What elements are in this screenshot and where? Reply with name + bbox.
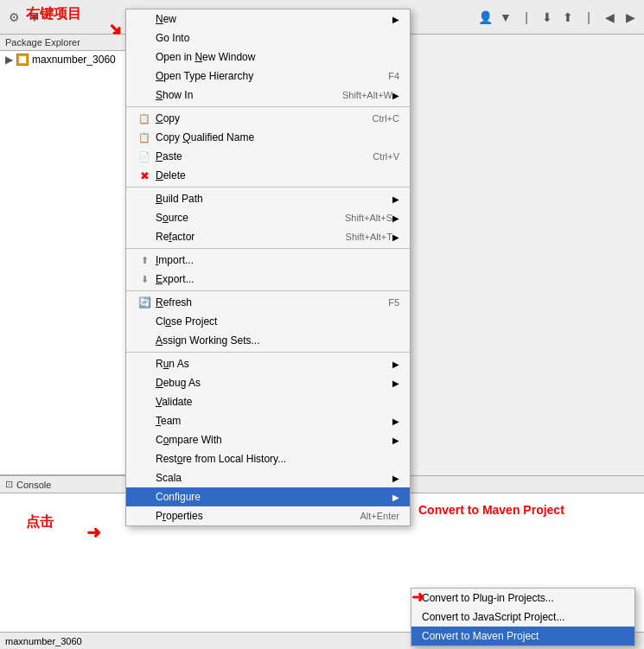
configure-icon	[137, 490, 152, 504]
menu-item-scala[interactable]: Scala ▶	[126, 468, 410, 487]
annotation-right-click: 右键项目	[26, 5, 81, 23]
separator-2	[126, 187, 410, 188]
shortcut-shift-alt-w: Shift+Alt+W	[342, 90, 392, 100]
scala-icon	[137, 471, 152, 485]
toolbar-icon-8[interactable]: ▶	[621, 8, 640, 27]
project-label: maxnumber_3060	[32, 54, 116, 66]
menu-label-refactor: Refactor	[156, 231, 328, 243]
toolbar-icon-3[interactable]: |	[517, 8, 536, 27]
submenu-label-convert-plugin: Convert to Plug-in Projects...	[422, 592, 624, 604]
toolbar-icon-5[interactable]: ⬆	[558, 8, 577, 27]
menu-item-debug-as[interactable]: Debug As ▶	[126, 373, 410, 392]
menu-item-validate[interactable]: Validate	[126, 392, 410, 411]
open-new-window-icon	[137, 50, 152, 64]
menu-item-restore-history[interactable]: Restore from Local History...	[126, 449, 410, 468]
submenu-item-convert-js[interactable]: Convert to JavaScript Project...	[411, 608, 634, 627]
menu-item-go-into[interactable]: Go Into	[126, 29, 410, 48]
menu-label-configure: Configure	[156, 491, 392, 503]
scala-arrow-icon: ▶	[392, 474, 399, 483]
menu-item-show-in[interactable]: Show In Shift+Alt+W ▶	[126, 86, 410, 105]
menu-item-new[interactable]: New ▶	[126, 10, 410, 29]
separator-3	[126, 248, 410, 249]
menu-item-compare-with[interactable]: Compare With ▶	[126, 430, 410, 449]
menu-item-copy-qualified[interactable]: 📋 Copy Qualified Name	[126, 128, 410, 147]
menu-label-export: Export...	[156, 273, 399, 285]
menu-item-open-new-window[interactable]: Open in New Window	[126, 48, 410, 67]
compare-with-icon	[137, 433, 152, 447]
debug-as-arrow-icon: ▶	[392, 379, 399, 388]
export-icon: ⬇	[137, 272, 152, 286]
console-icon: ⊡	[5, 479, 13, 490]
menu-item-paste[interactable]: 📄 Paste Ctrl+V	[126, 147, 410, 166]
run-as-icon	[137, 357, 152, 371]
submenu-label-convert-maven: Convert to Maven Project	[422, 630, 624, 642]
menu-item-export[interactable]: ⬇ Export...	[126, 270, 410, 289]
toolbar-icon-dropdown[interactable]: ▼	[496, 8, 515, 27]
menu-item-delete[interactable]: ✖ Delete	[126, 166, 410, 185]
toolbar-icon-6[interactable]: |	[579, 8, 598, 27]
menu-item-team[interactable]: Team ▶	[126, 411, 410, 430]
team-icon	[137, 414, 152, 428]
toolbar-icon-4[interactable]: ⬇	[538, 8, 557, 27]
assign-working-sets-icon	[137, 334, 152, 347]
open-type-hierarchy-icon	[137, 69, 152, 83]
compare-with-arrow-icon: ▶	[392, 436, 399, 445]
submenu-label-convert-js: Convert to JavaScript Project...	[422, 611, 624, 623]
menu-label-scala: Scala	[156, 472, 392, 484]
toolbar-icon-user[interactable]: 👤	[475, 8, 494, 27]
menu-label-open-type-hierarchy: Open Type Hierarchy	[156, 70, 371, 82]
build-path-arrow-icon: ▶	[392, 194, 399, 204]
shortcut-ctrl-c: Ctrl+C	[373, 113, 399, 124]
refactor-arrow-icon: ▶	[392, 232, 399, 242]
team-arrow-icon: ▶	[392, 417, 399, 426]
menu-item-assign-working-sets[interactable]: Assign Working Sets...	[126, 331, 410, 350]
menu-label-run-as: Run As	[156, 358, 392, 370]
new-arrow-icon: ▶	[392, 15, 399, 24]
project-tree-item[interactable]: ▶ maxnumber_3060	[0, 51, 133, 68]
paste-icon: 📄	[137, 150, 152, 163]
menu-item-source[interactable]: Source Shift+Alt+S ▶	[126, 208, 410, 227]
menu-item-properties[interactable]: Properties Alt+Enter	[126, 506, 410, 525]
menu-label-restore-history: Restore from Local History...	[156, 453, 399, 465]
menu-label-validate: Validate	[156, 396, 399, 408]
show-in-arrow-icon: ▶	[392, 91, 399, 100]
validate-icon	[137, 395, 152, 409]
menu-label-refresh: Refresh	[156, 296, 371, 309]
menu-item-import[interactable]: ⬆ Import...	[126, 251, 410, 270]
menu-item-run-as[interactable]: Run As ▶	[126, 354, 410, 373]
toolbar-icon-1[interactable]: ⚙	[4, 8, 23, 27]
refactor-icon	[137, 230, 152, 244]
menu-label-import: Import...	[156, 254, 399, 266]
package-explorer-panel: Package Explorer ▶ maxnumber_3060	[0, 35, 134, 475]
toolbar-icon-7[interactable]: ◀	[600, 8, 619, 27]
menu-label-go-into: Go Into	[156, 32, 399, 44]
show-in-icon	[137, 88, 152, 102]
shortcut-alt-enter: Alt+Enter	[360, 511, 399, 521]
properties-icon	[137, 509, 152, 523]
menu-item-refactor[interactable]: Refactor Shift+Alt+T ▶	[126, 227, 410, 246]
menu-label-new: New	[156, 13, 392, 25]
menu-item-copy[interactable]: 📋 Copy Ctrl+C	[126, 109, 410, 128]
submenu-item-convert-maven[interactable]: Convert to Maven Project	[411, 627, 634, 646]
tree-expand-arrow[interactable]: ▶	[5, 54, 13, 66]
menu-label-copy-qualified: Copy Qualified Name	[156, 131, 399, 143]
menu-label-close-project: Close Project	[156, 315, 399, 328]
project-icon	[16, 53, 29, 67]
menu-item-build-path[interactable]: Build Path ▶	[126, 189, 410, 208]
source-arrow-icon: ▶	[392, 213, 399, 223]
menu-label-build-path: Build Path	[156, 193, 392, 205]
shortcut-ctrl-v: Ctrl+V	[373, 151, 399, 162]
menu-item-refresh[interactable]: 🔄 Refresh F5	[126, 293, 410, 312]
go-into-icon	[137, 31, 152, 45]
copy-icon: 📋	[137, 111, 152, 125]
restore-history-icon	[137, 452, 152, 466]
submenu-item-convert-plugin[interactable]: Convert to Plug-in Projects...	[411, 589, 634, 608]
menu-item-configure[interactable]: Configure ▶	[126, 487, 410, 506]
debug-as-icon	[137, 376, 152, 390]
delete-icon: ✖	[137, 169, 152, 182]
menu-label-open-new-window: Open in New Window	[156, 51, 399, 63]
arrow-click: ➜	[86, 522, 101, 543]
configure-submenu: Convert to Plug-in Projects... Convert t…	[411, 588, 635, 646]
menu-item-open-type-hierarchy[interactable]: Open Type Hierarchy F4	[126, 67, 410, 86]
menu-item-close-project[interactable]: Close Project	[126, 312, 410, 331]
